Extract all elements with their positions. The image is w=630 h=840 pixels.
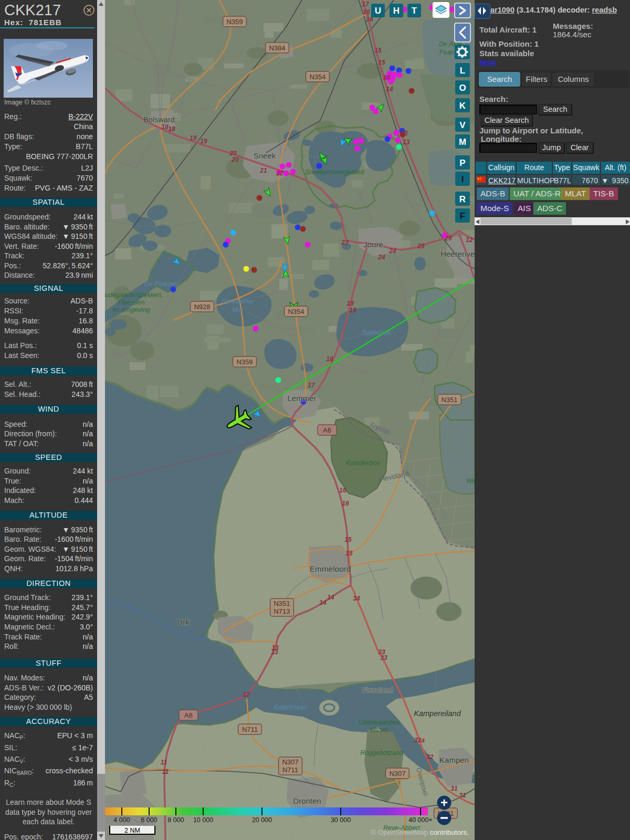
svg-text:6 000: 6 000: [141, 816, 157, 824]
svg-text:25: 25: [417, 243, 425, 250]
svg-text:N359: N359: [226, 18, 243, 26]
svg-text:17: 17: [362, 1, 370, 8]
svg-text:Dronten: Dronten: [293, 796, 321, 805]
svg-text:18: 18: [161, 123, 169, 131]
svg-text:Oudegaasterbrekken,: Oudegaasterbrekken,: [105, 291, 163, 299]
svg-text:Uiterwaarden: Uiterwaarden: [359, 718, 399, 726]
svg-text:11: 11: [162, 768, 169, 775]
svg-text:20 000: 20 000: [252, 816, 272, 824]
svg-text:R: R: [459, 194, 466, 204]
svg-text:24: 24: [377, 254, 385, 261]
svg-text:20: 20: [231, 156, 239, 163]
svg-text:33: 33: [380, 654, 387, 662]
svg-text:N713: N713: [274, 607, 290, 615]
svg-text:N307: N307: [282, 758, 298, 766]
svg-text:N354: N354: [309, 73, 326, 81]
svg-text:Joure: Joure: [363, 240, 383, 249]
svg-text:N354: N354: [288, 308, 304, 316]
svg-text:Sneekermeergebied: Sneekermeergebied: [305, 169, 365, 176]
svg-text:Kampereiland: Kampereiland: [414, 709, 461, 718]
svg-text:13: 13: [403, 139, 410, 146]
svg-text:P: P: [459, 158, 465, 168]
svg-text:N711: N711: [242, 726, 258, 733]
svg-text:14: 14: [327, 594, 334, 601]
svg-text:40 000+: 40 000+: [408, 816, 433, 824]
svg-text:2 NM: 2 NM: [124, 827, 140, 834]
svg-text:Emmeloord: Emmeloord: [309, 564, 351, 573]
svg-text:12: 12: [466, 236, 473, 244]
svg-text:13: 13: [271, 648, 278, 656]
svg-text:19: 19: [346, 300, 354, 307]
svg-text:19: 19: [349, 307, 356, 314]
svg-text:15: 15: [344, 536, 352, 543]
svg-text:Sleattemer: Sleattemer: [222, 297, 255, 305]
svg-text:N711: N711: [282, 766, 298, 774]
svg-text:© OpenStreetMap contributors.: © OpenStreetMap contributors.: [371, 828, 469, 836]
svg-text:32: 32: [426, 753, 434, 761]
svg-text:Heerenveen: Heerenveen: [440, 249, 475, 258]
svg-text:16: 16: [363, 8, 370, 16]
svg-text:26: 26: [444, 235, 452, 242]
svg-text:14: 14: [319, 599, 327, 606]
svg-text:14: 14: [386, 86, 393, 93]
svg-text:N351: N351: [274, 600, 290, 607]
svg-text:12: 12: [243, 691, 250, 698]
svg-text:Fluessen: Fluessen: [118, 299, 145, 306]
svg-text:Kampen: Kampen: [439, 755, 469, 764]
svg-text:Lemmer: Lemmer: [287, 394, 316, 403]
svg-text:32a: 32a: [414, 737, 425, 744]
svg-text:en omgeving: en omgeving: [112, 306, 150, 313]
svg-text:IJssel: IJssel: [370, 726, 388, 733]
svg-text:Kuinderbos: Kuinderbos: [345, 459, 380, 467]
svg-text:Urk: Urk: [177, 617, 190, 626]
svg-text:17: 17: [308, 382, 316, 389]
svg-text:15: 15: [374, 47, 382, 54]
svg-text:Roggebotzand: Roggebotzand: [360, 749, 403, 757]
svg-text:8 000: 8 000: [167, 816, 184, 824]
svg-text:Bolsward: Bolsward: [143, 116, 175, 124]
svg-text:16: 16: [339, 487, 346, 494]
svg-text:K: K: [459, 101, 466, 111]
svg-text:13: 13: [401, 130, 408, 137]
svg-text:Mar: Mar: [232, 306, 244, 313]
svg-text:24: 24: [388, 247, 396, 255]
svg-text:15: 15: [345, 550, 353, 557]
svg-text:We: We: [466, 477, 475, 485]
svg-text:De Fluezen: De Fluezen: [144, 280, 178, 288]
svg-text:U: U: [375, 6, 381, 16]
svg-text:Flevoland: Flevoland: [362, 686, 393, 694]
svg-text:A6: A6: [184, 711, 193, 719]
svg-text:T: T: [412, 6, 417, 16]
svg-text:15: 15: [378, 59, 385, 66]
svg-text:N351: N351: [441, 396, 457, 404]
svg-text:N307: N307: [389, 770, 405, 778]
svg-text:11: 11: [161, 759, 167, 766]
svg-text:31: 31: [459, 792, 466, 799]
svg-text:F: F: [460, 211, 465, 221]
svg-text:18: 18: [168, 125, 175, 133]
svg-text:+: +: [440, 795, 448, 810]
svg-text:10 000: 10 000: [193, 816, 213, 824]
svg-text:19: 19: [190, 134, 197, 142]
svg-text:N384: N384: [269, 44, 285, 52]
svg-text:N359: N359: [236, 358, 253, 366]
svg-text:M: M: [459, 137, 466, 147]
svg-text:I: I: [461, 174, 464, 184]
svg-text:Tsjûkemar: Tsjûkemar: [361, 329, 392, 337]
svg-text:18: 18: [326, 355, 333, 363]
svg-text:Sneek: Sneek: [254, 151, 276, 160]
svg-text:O: O: [459, 83, 466, 93]
svg-text:L: L: [460, 66, 465, 76]
svg-text:14: 14: [383, 74, 390, 81]
svg-text:A6: A6: [323, 426, 331, 434]
svg-text:N928: N928: [194, 303, 210, 311]
svg-text:31: 31: [450, 785, 458, 792]
svg-text:H: H: [393, 6, 400, 16]
svg-text:19: 19: [200, 138, 207, 145]
svg-text:23: 23: [341, 239, 349, 246]
svg-text:34: 34: [353, 595, 360, 602]
svg-text:16: 16: [342, 500, 349, 507]
svg-text:30 000: 30 000: [331, 816, 351, 824]
svg-text:V: V: [459, 120, 466, 130]
svg-text:21: 21: [259, 167, 267, 174]
